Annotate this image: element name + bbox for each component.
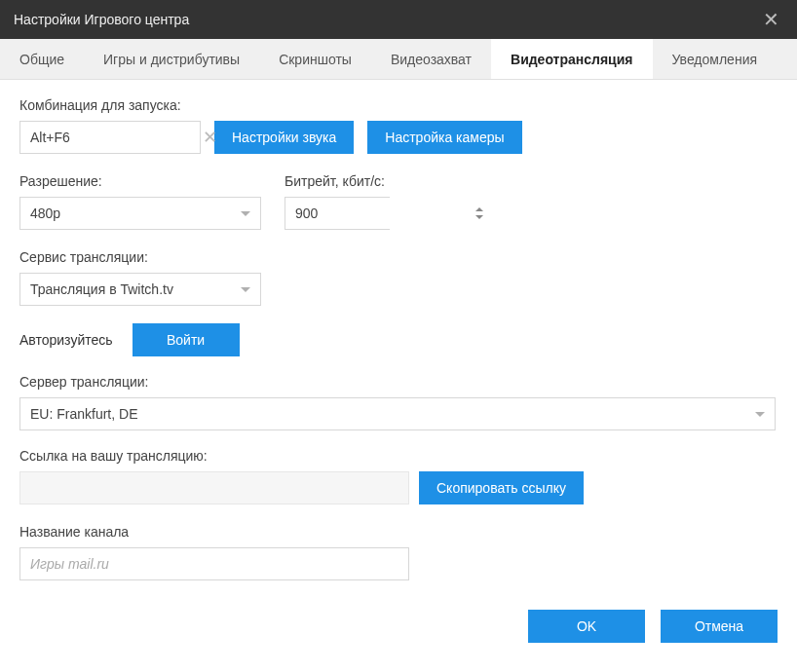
channel-input[interactable]: [30, 548, 398, 579]
tab-games[interactable]: Игры и дистрибутивы: [84, 39, 259, 79]
chevron-down-icon: [755, 412, 765, 417]
service-label: Сервис трансляции:: [19, 249, 778, 265]
sound-settings-button[interactable]: Настройки звука: [214, 121, 354, 154]
channel-input-wrap[interactable]: [19, 547, 409, 580]
hotkey-input[interactable]: [30, 122, 201, 153]
service-select[interactable]: Трансляция в Twitch.tv: [19, 273, 261, 306]
close-icon[interactable]: ✕: [759, 6, 783, 33]
stepper-down-icon[interactable]: [475, 215, 483, 219]
ok-button[interactable]: OK: [528, 610, 645, 643]
cancel-button[interactable]: Отмена: [661, 610, 778, 643]
auth-label: Авторизуйтесь: [19, 332, 113, 348]
service-value: Трансляция в Twitch.tv: [30, 281, 173, 297]
copy-link-button[interactable]: Скопировать ссылку: [419, 471, 584, 504]
bitrate-input[interactable]: [285, 198, 475, 229]
login-button[interactable]: Войти: [133, 323, 240, 356]
window-title: Настройки Игрового центра: [14, 12, 189, 27]
camera-settings-button[interactable]: Настройка камеры: [367, 121, 521, 154]
tab-streaming[interactable]: Видеотрансляция: [491, 39, 652, 79]
tabs: Общие Игры и дистрибутивы Скриншоты Виде…: [0, 39, 797, 80]
chevron-down-icon: [241, 287, 250, 292]
bitrate-label: Битрейт, кбит/с:: [285, 173, 390, 189]
tab-notifications[interactable]: Уведомления: [653, 39, 778, 79]
dialog-footer: OK Отмена: [0, 596, 797, 660]
titlebar: Настройки Игрового центра ✕: [0, 0, 797, 39]
tab-capture[interactable]: Видеозахват: [371, 39, 491, 79]
tab-screenshots[interactable]: Скриншоты: [259, 39, 371, 79]
channel-label: Название канала: [19, 524, 778, 540]
hotkey-input-wrap[interactable]: ✕: [19, 121, 201, 154]
server-select[interactable]: EU: Frankfurt, DE: [19, 397, 776, 430]
link-label: Ссылка на вашу трансляцию:: [19, 448, 778, 464]
resolution-label: Разрешение:: [19, 173, 261, 189]
chevron-down-icon: [241, 211, 250, 216]
tab-general[interactable]: Общие: [0, 39, 84, 79]
stream-link-field: [19, 471, 409, 504]
resolution-select[interactable]: 480p: [19, 197, 261, 230]
bitrate-stepper[interactable]: [285, 197, 390, 230]
clear-icon[interactable]: ✕: [201, 127, 219, 148]
server-label: Сервер трансляции:: [19, 374, 778, 390]
hotkey-label: Комбинация для запуска:: [19, 97, 778, 113]
server-value: EU: Frankfurt, DE: [30, 406, 137, 422]
resolution-value: 480p: [30, 205, 60, 221]
stepper-up-icon[interactable]: [475, 207, 483, 211]
content: Комбинация для запуска: ✕ Настройки звук…: [0, 80, 797, 596]
